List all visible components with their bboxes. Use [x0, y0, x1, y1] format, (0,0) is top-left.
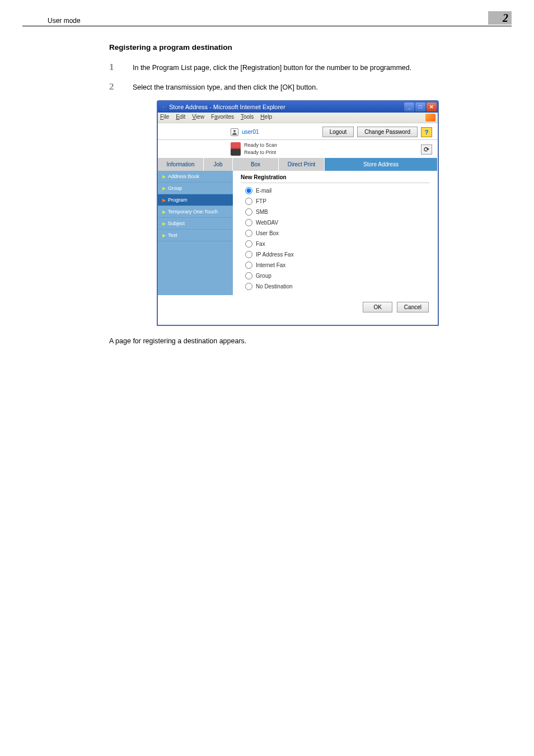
radio-userbox[interactable]: User Box: [241, 228, 430, 239]
tab-job[interactable]: Job: [204, 158, 233, 171]
radio-label: IP Address Fax: [256, 251, 294, 258]
tab-direct-print[interactable]: Direct Print: [279, 158, 325, 171]
step-text: Select the transmission type, and then c…: [133, 81, 318, 93]
menu-view[interactable]: View: [192, 114, 204, 122]
browser-window: Store Address - Microsoft Internet Explo…: [157, 100, 439, 326]
windows-logo-icon: [425, 114, 435, 122]
radio-label: Group: [256, 273, 271, 279]
menu-file[interactable]: File: [160, 114, 169, 122]
sidebar-item-address-book[interactable]: ▶Address Book: [158, 171, 233, 183]
step-number: 2: [109, 81, 133, 93]
chapter-number: 2: [488, 11, 512, 25]
sidebar-item-label: Temporary One-Touch: [168, 209, 218, 214]
tab-information[interactable]: Information: [158, 158, 204, 171]
radio-ip-address-fax[interactable]: IP Address Fax: [241, 249, 430, 260]
menu-help[interactable]: Help: [260, 114, 272, 122]
close-button[interactable]: ✕: [427, 102, 437, 111]
sidebar: ▶Address Book ▶Group ▶Program ▶Temporary…: [158, 171, 233, 295]
radio-email[interactable]: E-mail: [241, 185, 430, 196]
sidebar-item-text[interactable]: ▶Text: [158, 230, 233, 241]
radio-webdav[interactable]: WebDAV: [241, 217, 430, 228]
sidebar-item-label: Address Book: [168, 174, 199, 179]
user-icon: [231, 128, 238, 136]
step-number: 1: [109, 62, 133, 73]
window-titlebar: Store Address - Microsoft Internet Explo…: [158, 101, 438, 113]
radio-label: Internet Fax: [256, 262, 285, 268]
menu-tools[interactable]: Tools: [241, 114, 254, 122]
status-print: Ready to Print: [244, 150, 276, 155]
sidebar-item-temporary-one-touch[interactable]: ▶Temporary One-Touch: [158, 206, 233, 218]
radio-smb[interactable]: SMB: [241, 207, 430, 217]
chevron-right-icon: ▶: [162, 221, 166, 226]
tab-store-address[interactable]: Store Address: [325, 158, 438, 171]
chevron-right-icon: ▶: [162, 186, 166, 191]
menu-favorites[interactable]: Favorites: [211, 114, 234, 122]
maximize-button[interactable]: □: [415, 102, 425, 111]
sidebar-item-program[interactable]: ▶Program: [158, 194, 233, 206]
logout-button[interactable]: Logout: [322, 127, 354, 137]
chevron-right-icon: ▶: [162, 233, 166, 238]
menu-edit[interactable]: Edit: [176, 114, 185, 122]
radio-label: FTP: [256, 198, 266, 204]
sidebar-item-label: Group: [168, 185, 182, 191]
window-title: Store Address - Microsoft Internet Explo…: [169, 104, 285, 110]
running-head: User mode: [22, 17, 81, 25]
cancel-button[interactable]: Cancel: [397, 302, 429, 312]
radio-label: SMB: [256, 209, 268, 215]
section-heading: Registering a program destination: [109, 43, 486, 52]
ok-button[interactable]: OK: [363, 302, 392, 312]
chevron-right-icon: ▶: [162, 209, 166, 214]
form-title: New Registration: [241, 174, 430, 183]
sidebar-item-group[interactable]: ▶Group: [158, 183, 233, 194]
radio-internet-fax[interactable]: Internet Fax: [241, 260, 430, 270]
chevron-right-icon: ▶: [162, 174, 166, 179]
change-password-button[interactable]: Change Password: [357, 127, 418, 137]
refresh-icon[interactable]: ⟳: [421, 144, 432, 155]
svg-point-0: [233, 130, 236, 132]
sidebar-item-label: Subject: [168, 221, 185, 226]
minimize-button[interactable]: _: [404, 102, 414, 111]
radio-label: Fax: [256, 241, 265, 247]
scanner-icon: [231, 142, 241, 148]
chevron-right-icon: ▶: [162, 198, 166, 203]
sidebar-item-subject[interactable]: ▶Subject: [158, 218, 233, 230]
ie-icon: [160, 104, 167, 110]
radio-label: E-mail: [256, 188, 271, 194]
radio-label: No Destination: [256, 283, 293, 290]
radio-no-destination[interactable]: No Destination: [241, 281, 430, 292]
radio-label: User Box: [256, 230, 279, 236]
radio-label: WebDAV: [256, 220, 278, 226]
radio-fax[interactable]: Fax: [241, 239, 430, 249]
radio-ftp[interactable]: FTP: [241, 196, 430, 207]
radio-group[interactable]: Group: [241, 270, 430, 281]
step-text: In the Program List page, click the [Reg…: [133, 62, 411, 73]
user-name: user01: [242, 129, 259, 135]
sidebar-item-label: Text: [168, 232, 177, 238]
sidebar-item-label: Program: [168, 197, 188, 203]
help-icon[interactable]: ?: [421, 127, 432, 137]
printer-icon: [231, 149, 241, 156]
result-text: A page for registering a destination app…: [109, 337, 486, 345]
status-scan: Ready to Scan: [244, 142, 277, 148]
tab-box[interactable]: Box: [233, 158, 279, 171]
